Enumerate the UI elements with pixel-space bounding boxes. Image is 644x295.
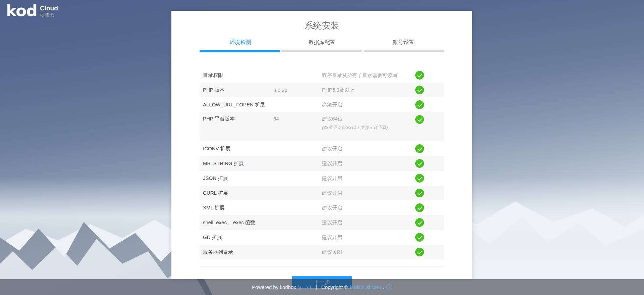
check-label: PHP 版本 [203,87,273,93]
check-row: shell_exec、 exec 函数 建议开启 [200,215,444,230]
tab-environment-check[interactable]: 环境检测 [200,38,281,50]
footer-separator: | [316,284,317,290]
environment-check-table: 目录权限 程序目录及所有子目录需要可读写 PHP 版本 8.0.30 PHP5.… [200,68,444,259]
check-requirement: 建议关闭 [322,249,415,255]
copyright-text: Copyright © [321,284,348,290]
footer-dot: . [383,284,384,290]
page-title: 系统安装 [200,19,444,32]
check-label: ICONV 扩展 [203,146,273,152]
divider [200,266,444,266]
tab-database-config[interactable]: 数据库配置 [281,38,363,50]
check-row: GD 扩展 建议开启 [200,230,444,245]
check-requirement: 建议开启 [322,205,415,211]
check-label: CURL 扩展 [203,190,273,196]
check-requirement: 建议开启 [322,160,415,167]
check-success-icon [415,86,424,94]
kodcloud-site-link[interactable]: kodcloud.com [350,284,381,290]
check-success-icon [415,218,424,227]
progress-segment-3 [364,50,444,52]
check-requirement: 建议开启 [322,219,415,226]
wizard-tabs: 环境检测 数据库配置 账号设置 [200,38,444,50]
check-row: JSON 扩展 建议开启 [200,171,444,186]
check-success-icon [415,115,424,124]
check-requirement: 建议64位 (32位不支持2G以上文件上传下载) [322,116,415,131]
info-circle-icon[interactable]: i [386,284,392,290]
check-requirement: PHP5.3及以上 [322,87,415,93]
powered-by-text: Powered by kodbox [252,284,296,290]
tab-account-setup[interactable]: 账号设置 [363,38,444,50]
logo-cloud-text: Cloud [40,5,58,12]
check-row: 目录权限 程序目录及所有子目录需要可读写 [200,68,444,83]
check-value: 64 [273,116,322,121]
check-success-icon [415,144,424,153]
check-label: MB_STRING 扩展 [203,160,273,167]
check-row: MB_STRING 扩展 建议开启 [200,156,444,171]
kodcloud-logo: kod Cloud 可道云 [6,3,58,18]
check-success-icon [415,174,424,183]
installer-card: 系统安装 环境检测 数据库配置 账号设置 目录权限 程序目录及所有子目录需要可读… [171,11,472,279]
check-requirement: 必须开启 [322,102,415,108]
check-requirement: 建议开启 [322,234,415,241]
check-label: GD 扩展 [203,234,273,241]
check-row: XML 扩展 建议开启 [200,200,444,215]
check-requirement: 建议开启 [322,146,415,152]
check-row: ALLOW_URL_FOPEN 扩展 必须开启 [200,97,444,112]
check-success-icon [415,248,424,256]
check-row: 服务器列目录 建议关闭 [200,245,444,259]
check-requirement: 建议开启 [322,175,415,182]
check-label: 服务器列目录 [203,249,273,255]
check-label: JSON 扩展 [203,175,273,182]
progress-segment-1 [200,50,280,52]
check-label: 目录权限 [203,72,273,79]
logo-kod-text: kod [6,3,37,18]
check-success-icon [415,159,424,168]
progress-segment-2 [281,50,362,52]
check-success-icon [415,189,424,197]
check-success-icon [415,233,424,242]
check-row: CURL 扩展 建议开启 [200,186,444,200]
check-value: 8.0.30 [273,87,322,93]
check-success-icon [415,203,424,212]
check-note: (32位不支持2G以上文件上传下载) [322,125,415,131]
logo-chinese-text: 可道云 [40,12,58,17]
check-requirement: 程序目录及所有子目录需要可读写 [322,72,415,79]
check-row: ICONV 扩展 建议开启 [200,141,444,156]
check-success-icon [415,71,424,80]
check-row: PHP 版本 8.0.30 PHP5.3及以上 [200,83,444,97]
wizard-progress [200,50,444,52]
check-label: ALLOW_URL_FOPEN 扩展 [203,102,273,108]
check-requirement: 建议开启 [322,190,415,196]
footer-bar: Powered by kodbox V1.23 | Copyright © ko… [0,279,644,295]
version-link[interactable]: V1.23 [298,284,311,290]
check-success-icon [415,100,424,109]
check-label: PHP 平台版本 [203,116,273,122]
check-label: shell_exec、 exec 函数 [203,219,273,226]
check-label: XML 扩展 [203,205,273,211]
check-row: PHP 平台版本 64 建议64位 (32位不支持2G以上文件上传下载) [200,112,444,141]
